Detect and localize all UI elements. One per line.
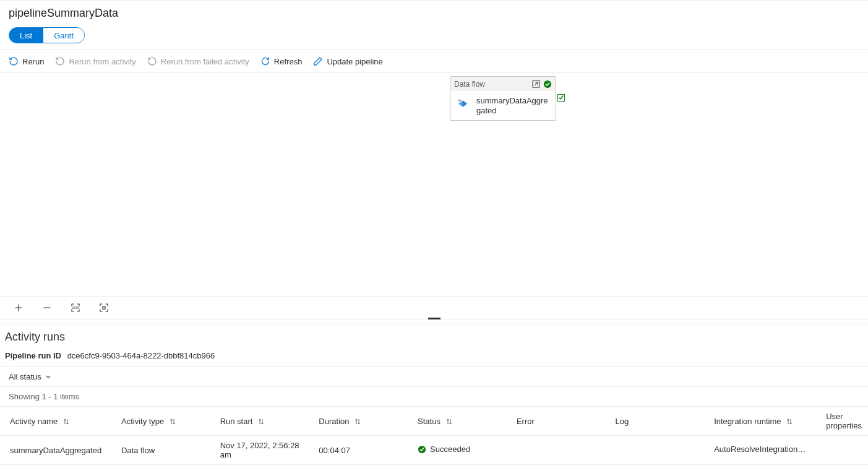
canvas-controls: 100% [0,296,868,319]
resize-handle[interactable] [0,319,868,324]
svg-rect-3 [103,306,105,309]
rerun-from-activity-button: Rerun from activity [55,55,135,67]
toolbar: Rerun Rerun from activity Rerun from fai… [0,50,868,73]
update-pipeline-button[interactable]: Update pipeline [313,55,382,67]
rerun-from-failed-button: Rerun from failed activity [147,55,249,67]
sort-icon [354,418,361,425]
view-toggle: List Gantt [9,27,85,43]
page-title: pipelineSummaryData [9,7,859,20]
col-activity-type[interactable]: Activity type [111,407,210,436]
cell-duration: 00:04:07 [309,436,408,465]
activity-type-label: Data flow [454,80,529,89]
col-status[interactable]: Status [408,407,507,436]
status-filter-label: All status [9,372,41,381]
cell-activity-type: Data flow [111,436,210,465]
rerun-button[interactable]: Rerun [9,55,44,67]
activity-name: summaryDataAggregated [476,96,552,115]
success-port-icon [557,94,565,102]
col-integration-runtime[interactable]: Integration runtime [704,407,816,436]
rerun-from-failed-label: Rerun from failed activity [161,57,249,66]
items-showing: Showing 1 - 1 items [0,387,868,406]
col-user-properties[interactable]: User properties [816,407,868,436]
rerun-icon [9,56,19,66]
cell-activity-name: summaryDataAggregated [0,436,111,465]
cell-runtime: AutoResolveIntegrationRunti [704,436,816,465]
sort-icon [62,418,70,425]
zoom-in-button[interactable] [12,302,25,314]
success-icon [543,80,552,89]
refresh-button[interactable]: Refresh [260,55,303,67]
col-log[interactable]: Log [606,407,705,436]
cell-error [507,436,606,465]
rerun-icon [147,56,157,66]
cell-log [606,436,705,465]
sort-icon [257,418,265,425]
col-activity-name[interactable]: Activity name [0,407,111,436]
cell-status: Succeeded [408,436,507,465]
activity-card[interactable]: Data flow summaryDataAggregated [450,76,556,121]
edit-icon [313,56,323,66]
pipeline-canvas[interactable]: Data flow summaryDataAggregated [0,73,868,296]
col-duration[interactable]: Duration [309,407,408,436]
sort-icon [169,418,176,425]
success-icon [418,445,426,454]
sort-icon [445,418,453,425]
view-gantt-button[interactable]: Gantt [43,28,84,43]
run-id-value: dce6cfc9-9503-464a-8222-dbbf814cb966 [67,351,215,360]
cell-run-start: Nov 17, 2022, 2:56:28 am [210,436,309,465]
dataflow-icon [454,97,471,115]
status-filter-dropdown[interactable]: All status [9,372,51,381]
open-icon[interactable] [531,79,541,89]
run-id-label: Pipeline run ID [5,351,61,360]
svg-text:100%: 100% [72,306,80,310]
col-run-start[interactable]: Run start [210,407,309,436]
cell-user-properties [816,436,868,465]
sort-icon [786,418,793,425]
update-pipeline-label: Update pipeline [327,57,382,66]
chevron-down-icon [45,374,51,380]
activity-runs-heading: Activity runs [5,331,863,344]
zoom-fit-button[interactable] [98,302,110,314]
activity-runs-table: Activity name Activity type Run start Du… [0,406,868,465]
refresh-label: Refresh [274,57,303,66]
zoom-reset-button[interactable]: 100% [69,302,82,314]
zoom-out-button[interactable] [41,302,53,314]
view-list-button[interactable]: List [9,28,43,43]
col-error[interactable]: Error [507,407,606,436]
refresh-icon [260,56,270,66]
table-row[interactable]: summaryDataAggregated Data flow Nov 17, … [0,436,868,465]
rerun-from-activity-label: Rerun from activity [69,57,135,66]
rerun-icon [55,56,65,66]
rerun-label: Rerun [22,57,44,66]
